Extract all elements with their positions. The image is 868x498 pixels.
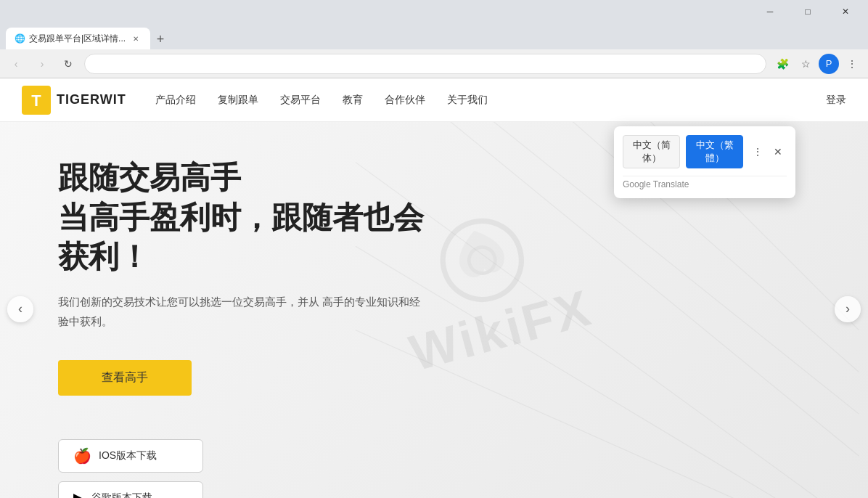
ios-download-button[interactable]: 🍎 IOS版本下载 (58, 439, 203, 473)
site-navbar: T TIGERWIT 产品介绍 复制跟单 交易平台 教育 合作伙伴 关于我们 登… (0, 78, 868, 122)
window-controls: ─ □ ✕ (753, 0, 862, 23)
android-label: 谷歌版本下载 (91, 491, 152, 498)
extensions-icon[interactable]: 🧩 (772, 54, 793, 74)
minimize-button[interactable]: ─ (753, 0, 787, 23)
nav-link-products[interactable]: 产品介绍 (155, 94, 196, 107)
close-button[interactable]: ✕ (829, 0, 862, 23)
new-tab-button[interactable]: + (150, 29, 171, 49)
hero-title-line2: 当高手盈利时，跟随者也会 (58, 198, 810, 238)
translate-more-button[interactable]: ⋮ (749, 143, 766, 160)
translate-lang-traditional[interactable]: 中文（繁體） (686, 135, 743, 168)
ios-label: IOS版本下载 (99, 449, 157, 462)
site-nav-actions: 登录 (826, 94, 846, 107)
translate-popup-header: 中文（简体） 中文（繁體） ⋮ ✕ (623, 135, 787, 168)
hero-subtitle: 我们创新的交易技术让您可以挑选一位交易高手，并从 高手的专业知识和经验中获利。 (58, 292, 421, 331)
address-bar: ‹ › ↻ 🧩 ☆ P ⋮ (0, 49, 868, 78)
hero-title-line3: 获利！ (58, 237, 810, 277)
website-content: WikiFX T TIGERWIT 产品介绍 复制跟单 交易平台 教育 合作伙伴… (0, 78, 868, 498)
active-tab[interactable]: 🌐 交易跟单平台|区域详情... ✕ (6, 28, 150, 49)
tab-bar: 🌐 交易跟单平台|区域详情... ✕ + (0, 23, 868, 49)
cta-button[interactable]: 查看高手 (58, 360, 192, 396)
carousel-right-arrow[interactable]: › (835, 296, 861, 322)
nav-link-platform[interactable]: 交易平台 (280, 94, 321, 107)
nav-link-about[interactable]: 关于我们 (447, 94, 488, 107)
download-buttons: 🍎 IOS版本下载 ▶ 谷歌版本下载 (58, 439, 810, 498)
settings-menu-icon[interactable]: ⋮ (842, 54, 862, 74)
site-nav-links: 产品介绍 复制跟单 交易平台 教育 合作伙伴 关于我们 (155, 94, 826, 107)
carousel-left-arrow[interactable]: ‹ (7, 296, 33, 322)
nav-link-partners[interactable]: 合作伙伴 (385, 94, 425, 107)
svg-text:T: T (31, 91, 41, 110)
bookmark-icon[interactable]: ☆ (795, 54, 816, 74)
translate-popup: 中文（简体） 中文（繁體） ⋮ ✕ Google Translate (614, 126, 795, 198)
tab-favicon: 🌐 (15, 33, 25, 44)
tigerwit-logo-icon: T (22, 86, 51, 115)
translate-lang-simplified[interactable]: 中文（简体） (623, 135, 680, 168)
profile-avatar[interactable]: P (819, 54, 839, 74)
tab-close-button[interactable]: ✕ (130, 33, 142, 44)
nav-link-education[interactable]: 教育 (343, 94, 363, 107)
url-bar[interactable] (84, 54, 766, 74)
android-icon: ▶ (73, 489, 84, 498)
android-download-button[interactable]: ▶ 谷歌版本下载 (58, 481, 203, 498)
forward-button[interactable]: › (32, 54, 52, 74)
tab-title: 交易跟单平台|区域详情... (29, 33, 126, 45)
nav-link-copy[interactable]: 复制跟单 (218, 94, 258, 107)
maximize-button[interactable]: □ (791, 0, 824, 23)
title-bar: ─ □ ✕ (0, 0, 868, 23)
ios-icon: 🍎 (73, 447, 91, 465)
google-translate-label: Google Translate (623, 176, 787, 189)
site-logo[interactable]: T TIGERWIT (22, 86, 126, 115)
translate-popup-actions: ⋮ ✕ (749, 143, 787, 160)
refresh-button[interactable]: ↻ (58, 54, 78, 74)
back-button[interactable]: ‹ (6, 54, 26, 74)
login-button[interactable]: 登录 (826, 94, 846, 107)
site-logo-text: TIGERWIT (57, 92, 126, 107)
translate-close-button[interactable]: ✕ (769, 143, 787, 160)
toolbar-icons: 🧩 ☆ P ⋮ (772, 54, 862, 74)
